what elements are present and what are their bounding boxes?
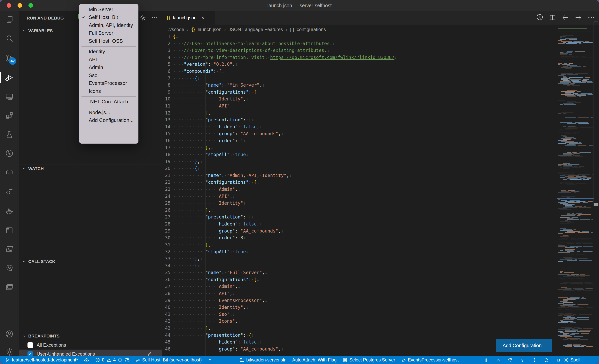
section-call-stack[interactable]: CALL STACK [19, 257, 162, 266]
code-line-38: 38················"API",↓ [162, 290, 599, 297]
code-line-17: 17············},↓ [162, 144, 599, 151]
problems-indicator[interactable]: 0475 [95, 357, 130, 363]
activity-files-icon[interactable] [0, 10, 19, 29]
activity-debug-icon[interactable] [0, 68, 19, 87]
scm-badge: 47 [9, 57, 16, 65]
code-line-34: 34········{↓ [162, 262, 599, 269]
postgres-status[interactable]: Select Postgres Server [342, 357, 395, 363]
menu-separator [81, 107, 136, 107]
menu-item-min-server[interactable]: Min Server [79, 5, 138, 13]
debug-target-status[interactable]: EventsProcessor-selfhost [401, 357, 459, 363]
checkbox-unchecked[interactable] [27, 342, 33, 348]
debug-continue-icon[interactable] [495, 357, 501, 363]
spell-checker-status[interactable]: Spell [564, 357, 580, 363]
editor-ruler [521, 33, 521, 356]
activity-scm-icon[interactable]: 47 [0, 49, 19, 68]
menu-item-api[interactable]: API [79, 56, 138, 64]
debug-step-into-icon[interactable] [520, 357, 525, 363]
menu-item-eventsprocessor[interactable]: EventsProcessor [79, 80, 138, 87]
scrollbar-track[interactable] [594, 21, 599, 206]
menu-item-admin-api-identity[interactable]: Admin, API, Identity [79, 21, 138, 29]
line-number: 33 [162, 255, 170, 262]
navigate-back-icon[interactable] [562, 14, 569, 21]
solution-status[interactable]: bitwarden-server.sln [239, 357, 286, 363]
breadcrumb-item[interactable]: configurations [297, 27, 326, 32]
menu-item-sso[interactable]: Sso [79, 71, 138, 80]
code-line-23: 23················"Admin",↓ [162, 186, 599, 193]
close-tab-icon[interactable]: × [201, 15, 204, 21]
navigate-forward-icon[interactable] [574, 14, 582, 21]
menu-item-identity[interactable]: Identity [79, 48, 138, 56]
code-line-24: 24················"API",↓ [162, 193, 599, 200]
activity-copilot-icon[interactable] [0, 163, 19, 182]
section-label: VARIABLES [28, 28, 53, 33]
line-number: 42 [162, 318, 170, 325]
section-watch[interactable]: WATCH [19, 164, 162, 173]
section-breakpoints[interactable]: BREAKPOINTS [19, 332, 162, 340]
breakpoint-row[interactable]: All Exceptions [19, 341, 162, 350]
debug-pause-icon[interactable] [483, 357, 489, 363]
breadcrumb-item[interactable]: .vscode [168, 27, 184, 32]
git-branch-status[interactable]: feature/self-hosted-development* [5, 357, 78, 363]
code-line-27: 27············"presentation":·{↓ [162, 213, 599, 221]
menu-item-self-host-oss[interactable]: Self Host: OSS [79, 37, 138, 45]
menu-item-icons[interactable]: Icons [79, 87, 138, 95]
line-number: 9 [162, 89, 170, 96]
debug-step-over-icon[interactable] [507, 357, 513, 363]
tab-bar: {} launch.json × [162, 11, 599, 25]
debug-restart-icon[interactable] [544, 357, 549, 363]
activity-extensions-icon[interactable] [0, 106, 19, 125]
debug-stop-icon[interactable] [556, 357, 561, 363]
editor-ruler [544, 33, 544, 356]
menu-item-net-core-attach[interactable]: .NET Core Attach [79, 98, 138, 106]
chevron-down-icon [22, 259, 26, 264]
activity-share-icon[interactable] [0, 182, 19, 201]
breadcrumb-item[interactable]: launch.json [198, 27, 221, 32]
menu-item-node-js[interactable]: Node.js... [79, 108, 138, 116]
activity-windows-icon[interactable] [0, 278, 19, 296]
activity-account-icon[interactable] [0, 325, 19, 343]
split-editor-icon[interactable] [549, 14, 556, 21]
activity-powershell-icon[interactable] [0, 240, 19, 258]
menu-item-add-configuration[interactable]: Add Configuration... [79, 116, 138, 124]
auto-attach-status[interactable]: Auto Attach: With Flag [292, 357, 337, 363]
code-line-18: 18············"stopAll":·true↓ [162, 151, 599, 158]
vscode-window: launch.json — server-selfhost 47 RUN AND… [0, 0, 599, 364]
activity-gitlens-icon[interactable] [0, 144, 19, 163]
debug-session-status[interactable]: Self Host: Bit (server-selfhost) [135, 357, 202, 363]
debug-settings-gear-icon[interactable] [139, 14, 146, 21]
line-number: 13 [162, 116, 170, 124]
publish-status[interactable] [84, 357, 89, 363]
line-number: 1 [162, 33, 170, 40]
activity-postgres-icon[interactable] [0, 259, 19, 277]
line-number: 20 [162, 165, 170, 172]
debug-configuration-menu: Min Server✓Self Host: BitAdmin, API, Ide… [79, 4, 138, 143]
indent-guide [194, 51, 195, 363]
scrollbar-thumb[interactable] [594, 203, 599, 206]
code-line-26: 26············],↓ [162, 207, 599, 214]
line-number: 25 [162, 200, 170, 207]
flame-status[interactable] [207, 357, 213, 363]
line-number: 18 [162, 151, 170, 158]
activity-docker-icon[interactable] [0, 202, 19, 221]
line-number: 8 [162, 82, 170, 89]
code-editor[interactable]: 1{↓2····//·Use·IntelliSense·to·learn·abo… [162, 33, 599, 356]
minimap[interactable] [557, 27, 594, 356]
views-more-actions-icon[interactable] [151, 14, 158, 21]
activity-remote-icon[interactable] [0, 87, 19, 106]
breadcrumb-item[interactable]: JSON Language Features [229, 27, 283, 32]
activity-search-icon[interactable] [0, 29, 19, 48]
activity-beaker-icon[interactable] [0, 125, 19, 144]
more-actions-icon[interactable] [587, 14, 595, 21]
menu-item-full-server[interactable]: Full Server [79, 29, 138, 37]
timeline-history-icon[interactable] [536, 14, 544, 21]
add-configuration-button[interactable]: Add Configuration... [496, 339, 552, 352]
debug-step-out-icon[interactable] [531, 357, 537, 363]
breadcrumb: .vscode›{}launch.json›JSON Language Feat… [168, 25, 326, 34]
code-line-3: 3····//·Hover·to·view·descriptions·of·ex… [162, 47, 599, 54]
code-line-22: 22············"configurations":·[↓ [162, 179, 599, 186]
menu-item-self-host-bit[interactable]: ✓Self Host: Bit [79, 13, 138, 21]
tab-launch-json[interactable]: {} launch.json × [162, 11, 215, 25]
menu-item-admin[interactable]: Admin [79, 64, 138, 71]
activity-package-icon[interactable] [0, 221, 19, 240]
